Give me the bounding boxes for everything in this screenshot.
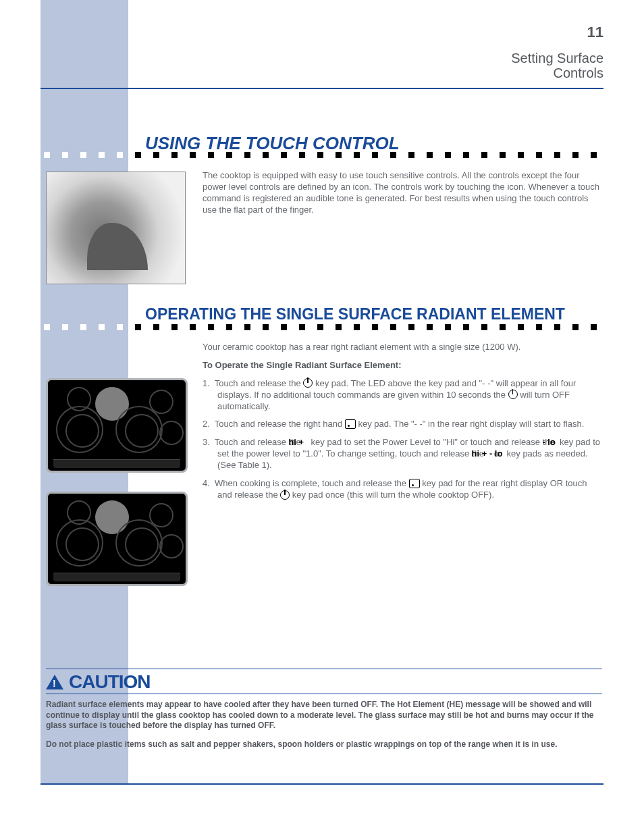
step-4: 4. When cooking is complete, touch and r… <box>203 478 600 501</box>
caution-p2: Do not place plastic items such as salt … <box>46 739 602 750</box>
caution-p1: Radiant surface elements may appear to h… <box>46 700 602 731</box>
caution-title: CAUTION <box>69 671 151 693</box>
cooktop-illustration-2 <box>46 492 188 586</box>
caution-box: CAUTION Radiant surface elements may app… <box>46 669 602 758</box>
intro-1: Your ceramic cooktop has a rear right ra… <box>203 342 600 353</box>
section-title-single-element: OPERATING THE SINGLE SURFACE RADIANT ELE… <box>145 305 603 323</box>
hi-plus-icon: hi + <box>303 437 308 448</box>
header-title: Setting Surface Controls <box>511 51 603 80</box>
touch-control-photo <box>46 172 186 284</box>
section-dots-2 <box>44 324 603 331</box>
header-line2: Controls <box>511 66 603 80</box>
on-icon <box>409 479 420 488</box>
bottom-divider <box>41 783 603 785</box>
section-title-touch-control: USING THE TOUCH CONTROL <box>145 133 603 154</box>
header-line1: Setting Surface <box>511 51 603 66</box>
step-2: 2. Touch and release the right hand key … <box>203 419 600 430</box>
intro-2: To Operate the Single Radiant Surface El… <box>203 360 600 371</box>
power-icon <box>303 378 313 388</box>
top-divider <box>41 88 603 89</box>
power-icon <box>280 490 290 500</box>
caution-body: Radiant surface elements may appear to h… <box>46 700 602 750</box>
cooktop-illustration-1 <box>46 378 188 473</box>
warning-triangle-icon <box>46 675 63 689</box>
power-icon <box>508 390 518 399</box>
page-number: 11 <box>587 24 603 41</box>
manual-page: 11 Setting Surface Controls USING THE TO… <box>0 0 644 834</box>
on-icon <box>345 419 356 429</box>
section2-body: Your ceramic cooktop has a rear right ra… <box>203 342 600 508</box>
section1-body: The cooktop is equipped with easy to use… <box>203 170 600 216</box>
step-3: 3. Touch and release the hi + key pad to… <box>203 437 600 471</box>
step-1: 1. Touch and release the key pad. The LE… <box>203 378 600 413</box>
caution-header: CAUTION <box>46 669 602 694</box>
